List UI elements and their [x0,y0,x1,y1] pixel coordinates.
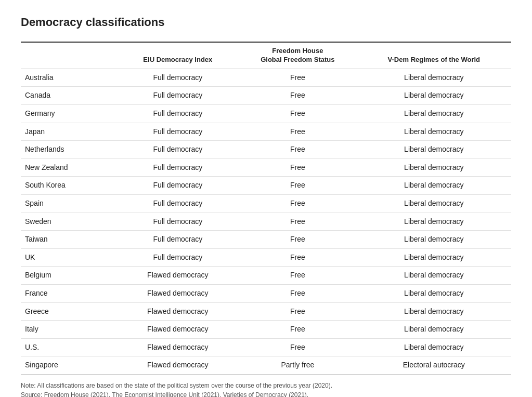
page-title: Democracy classifications [21,16,511,29]
cell-eiu: Full democracy [119,104,239,123]
cell-vdem: Liberal democracy [359,231,511,249]
cell-eiu: Full democracy [119,194,239,213]
cell-country: UK [21,248,119,267]
cell-country: Sweden [21,213,119,231]
cell-fh: Free [239,177,359,195]
table-header-row: EIU Democracy Index Freedom HouseGlobal … [21,42,511,69]
cell-fh: Free [239,284,359,302]
table-row: SwedenFull democracyFreeLiberal democrac… [21,213,511,231]
cell-eiu: Full democracy [119,177,239,195]
cell-country: Netherlands [21,141,119,159]
cell-eiu: Full democracy [119,248,239,267]
table-row: AustraliaFull democracyFreeLiberal democ… [21,69,511,87]
cell-eiu: Flawed democracy [119,356,239,375]
cell-vdem: Liberal democracy [359,213,511,231]
col-header-eiu: EIU Democracy Index [119,42,239,69]
cell-vdem: Liberal democracy [359,69,511,87]
table-row: GreeceFlawed democracyFreeLiberal democr… [21,302,511,321]
cell-fh: Free [239,321,359,339]
table-row: ItalyFlawed democracyFreeLiberal democra… [21,321,511,339]
cell-country: New Zealand [21,158,119,177]
cell-country: Germany [21,104,119,123]
col-header-vdem: V-Dem Regimes of the World [359,42,511,69]
cell-fh: Free [239,302,359,321]
cell-eiu: Full democracy [119,231,239,249]
cell-country: France [21,284,119,302]
footnote: Note: All classifications are based on t… [21,381,511,397]
cell-eiu: Full democracy [119,123,239,141]
cell-vdem: Liberal democracy [359,321,511,339]
cell-fh: Free [239,231,359,249]
cell-fh: Free [239,87,359,105]
table-row: GermanyFull democracyFreeLiberal democra… [21,104,511,123]
cell-country: Belgium [21,267,119,285]
cell-fh: Free [239,69,359,87]
table-row: SingaporeFlawed democracyPartly freeElec… [21,356,511,375]
footnote-source: Source: Freedom House (2021), The Econom… [21,390,511,397]
cell-eiu: Full democracy [119,87,239,105]
cell-fh: Free [239,158,359,177]
table-row: U.S.Flawed democracyFreeLiberal democrac… [21,338,511,356]
cell-vdem: Liberal democracy [359,104,511,123]
democracy-table: EIU Democracy Index Freedom HouseGlobal … [21,42,511,375]
cell-eiu: Full democracy [119,141,239,159]
table-row: BelgiumFlawed democracyFreeLiberal democ… [21,267,511,285]
footnote-note: Note: All classifications are based on t… [21,381,511,390]
table-row: New ZealandFull democracyFreeLiberal dem… [21,158,511,177]
cell-vdem: Liberal democracy [359,158,511,177]
cell-eiu: Flawed democracy [119,284,239,302]
col-header-country [21,42,119,69]
cell-fh: Free [239,194,359,213]
cell-vdem: Liberal democracy [359,302,511,321]
cell-vdem: Liberal democracy [359,267,511,285]
cell-country: Japan [21,123,119,141]
table-row: JapanFull democracyFreeLiberal democracy [21,123,511,141]
cell-fh: Free [239,213,359,231]
cell-eiu: Flawed democracy [119,267,239,285]
cell-country: Spain [21,194,119,213]
cell-vdem: Liberal democracy [359,177,511,195]
cell-country: Taiwan [21,231,119,249]
cell-country: South Korea [21,177,119,195]
cell-vdem: Electoral autocracy [359,356,511,375]
cell-eiu: Flawed democracy [119,338,239,356]
table-row: South KoreaFull democracyFreeLiberal dem… [21,177,511,195]
cell-country: Canada [21,87,119,105]
cell-vdem: Liberal democracy [359,123,511,141]
table-row: NetherlandsFull democracyFreeLiberal dem… [21,141,511,159]
cell-vdem: Liberal democracy [359,284,511,302]
cell-fh: Free [239,248,359,267]
cell-vdem: Liberal democracy [359,141,511,159]
col-header-fh: Freedom HouseGlobal Freedom Status [239,42,359,69]
cell-fh: Free [239,104,359,123]
cell-vdem: Liberal democracy [359,194,511,213]
table-row: UKFull democracyFreeLiberal democracy [21,248,511,267]
cell-eiu: Full democracy [119,69,239,87]
cell-eiu: Flawed democracy [119,321,239,339]
cell-fh: Partly free [239,356,359,375]
cell-eiu: Full democracy [119,158,239,177]
cell-vdem: Liberal democracy [359,248,511,267]
cell-country: Australia [21,69,119,87]
cell-country: U.S. [21,338,119,356]
cell-fh: Free [239,123,359,141]
table-row: TaiwanFull democracyFreeLiberal democrac… [21,231,511,249]
cell-fh: Free [239,338,359,356]
cell-country: Singapore [21,356,119,375]
cell-country: Greece [21,302,119,321]
cell-vdem: Liberal democracy [359,338,511,356]
cell-eiu: Flawed democracy [119,302,239,321]
cell-fh: Free [239,267,359,285]
table-row: SpainFull democracyFreeLiberal democracy [21,194,511,213]
table-row: CanadaFull democracyFreeLiberal democrac… [21,87,511,105]
cell-vdem: Liberal democracy [359,87,511,105]
cell-eiu: Full democracy [119,213,239,231]
cell-fh: Free [239,141,359,159]
table-row: FranceFlawed democracyFreeLiberal democr… [21,284,511,302]
cell-country: Italy [21,321,119,339]
